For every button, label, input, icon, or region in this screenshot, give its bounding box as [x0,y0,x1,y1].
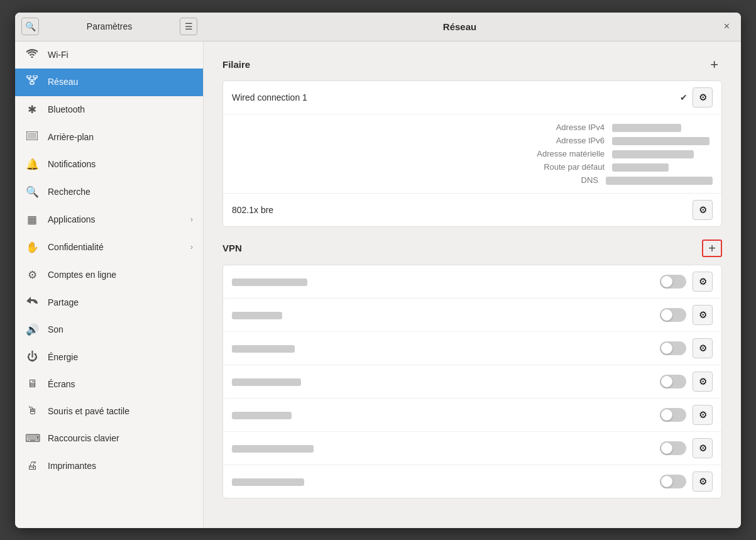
vpn-toggle-6[interactable] [660,441,686,455]
sidebar-item-comptes-label: Comptes en ligne [48,270,193,280]
ecrans-icon: 🖥 [25,378,39,390]
vpn-name-3 [232,343,654,353]
sidebar-item-wifi[interactable]: Wi-Fi [15,41,203,69]
sidebar-item-ecrans-label: Écrans [48,379,193,389]
sidebar-item-confidentialite[interactable]: ✋ Confidentialité › [15,234,203,262]
vpn-settings-5[interactable]: ⚙ [693,405,713,425]
gear-icon-vpn7: ⚙ [699,476,707,487]
gear-icon-vpn2: ⚙ [699,309,707,321]
app-title: Paramètres [44,21,175,31]
sidebar-item-raccourcis[interactable]: ⌨ Raccourcis clavier [15,425,203,453]
sidebar-item-comptes-en-ligne[interactable]: ⚙ Comptes en ligne [15,262,203,289]
gear-icon: ⚙ [699,92,707,103]
sidebar-item-souris-label: Souris et pavé tactile [48,406,193,416]
partage-icon [25,296,39,309]
gear-icon-vpn4: ⚙ [699,376,707,387]
vpn-name-6 [232,443,654,453]
bre-gear-icon: ⚙ [699,204,707,216]
sidebar-item-arriere-plan[interactable]: Arrière-plan [15,124,203,151]
content: Wi-Fi Réseau ✱ Bluetooth Arrière-plan 🔔 [15,41,741,528]
sidebar-item-imprimantes-label: Imprimantes [48,461,193,471]
sidebar-item-souris[interactable]: 🖱 Souris et pavé tactile [15,398,203,425]
close-button[interactable]: × [719,18,735,35]
titlebar: 🔍 Paramètres ☰ Réseau × [15,13,741,41]
gear-icon-vpn5: ⚙ [699,409,707,421]
vpn-toggle-4[interactable] [660,375,686,388]
vpn-name-7 [232,477,654,486]
main-content: Filaire + Wired connection 1 ✔ ⚙ Adresse… [204,41,741,528]
sidebar-item-applications[interactable]: ▦ Applications › [15,206,203,234]
reseau-icon [25,75,39,89]
wired-settings-button[interactable]: ⚙ [693,87,713,107]
vpn-name-4 [232,377,654,386]
svg-rect-2 [33,75,37,78]
vpn-settings-6[interactable]: ⚙ [693,438,713,458]
sidebar-item-recherche-label: Recherche [48,187,193,197]
vpn-item-7: ⚙ [223,465,721,498]
route-label: Route par défaut [517,162,605,172]
vpn-card: ⚙ ⚙ ⚙ [222,265,722,499]
dns-label: DNS [510,175,598,185]
sidebar-item-bluetooth[interactable]: ✱ Bluetooth [15,96,203,124]
vpn-toggle-5[interactable] [660,408,686,422]
sidebar-item-ecrans[interactable]: 🖥 Écrans [15,371,203,398]
energie-icon: ⏻ [25,351,39,363]
vpn-toggle-3[interactable] [660,341,686,355]
detail-row-mac: Adresse matérielle [232,147,713,160]
vpn-header: VPN + [222,240,722,257]
vpn-name-1 [232,277,654,286]
vpn-item-5: ⚙ [223,399,721,432]
page-title: Réseau [204,21,716,32]
vpn-settings-1[interactable]: ⚙ [693,272,713,292]
detail-row-ipv6: Adresse IPv6 [232,134,713,147]
vpn-item-4: ⚙ [223,365,721,399]
sidebar-item-applications-label: Applications [48,214,182,224]
vpn-toggle-1[interactable] [660,275,686,289]
svg-rect-8 [28,133,36,139]
applications-arrow-icon: › [190,215,193,224]
sidebar-item-reseau[interactable]: Réseau [15,69,203,96]
bre-row: 802.1x bre ⚙ [223,194,721,226]
ipv4-value [612,123,713,132]
sidebar-item-son[interactable]: 🔊 Son [15,316,203,344]
menu-button[interactable]: ☰ [180,18,197,35]
sidebar-item-recherche[interactable]: 🔍 Recherche [15,179,203,206]
sidebar-item-confidentialite-label: Confidentialité [48,242,182,252]
wired-connection-name: Wired connection 1 [232,92,675,102]
sidebar-item-imprimantes[interactable]: 🖨 Imprimantes [15,453,203,480]
filaire-header: Filaire + [222,57,722,73]
vpn-item-3: ⚙ [223,332,721,365]
sidebar-item-energie[interactable]: ⏻ Énergie [15,344,203,371]
bre-label: 802.1x bre [232,205,688,215]
add-vpn-button[interactable]: + [702,240,722,257]
search-button[interactable]: 🔍 [21,18,39,35]
vpn-name-5 [232,410,654,419]
wired-connection-row: Wired connection 1 ✔ ⚙ [223,81,721,114]
dns-value [606,175,713,185]
vpn-settings-7[interactable]: ⚙ [693,471,713,492]
sidebar-item-partage[interactable]: Partage [15,289,203,316]
vpn-toggle-7[interactable] [660,475,686,488]
arriere-plan-icon [25,131,39,143]
sidebar-item-bluetooth-label: Bluetooth [48,104,193,114]
titlebar-left: 🔍 Paramètres ☰ [15,18,204,35]
sidebar-item-notifications[interactable]: 🔔 Notifications [15,151,203,179]
vpn-item-6: ⚙ [223,432,721,465]
vpn-settings-4[interactable]: ⚙ [693,372,713,392]
vpn-toggle-2[interactable] [660,308,686,322]
bluetooth-icon: ✱ [25,103,39,116]
sidebar-item-notifications-label: Notifications [48,159,193,169]
sidebar: Wi-Fi Réseau ✱ Bluetooth Arrière-plan 🔔 [15,41,204,528]
vpn-settings-2[interactable]: ⚙ [693,305,713,325]
add-filaire-button[interactable]: + [706,57,722,73]
sidebar-item-partage-label: Partage [48,297,193,307]
sidebar-item-raccourcis-label: Raccourcis clavier [48,433,193,443]
ipv4-label: Adresse IPv4 [517,123,605,132]
bre-settings-button[interactable]: ⚙ [693,200,713,220]
vpn-settings-3[interactable]: ⚙ [693,338,713,358]
filaire-title: Filaire [222,59,250,70]
vpn-item-1: ⚙ [223,265,721,299]
gear-icon-vpn1: ⚙ [699,276,707,287]
route-value [612,162,713,172]
souris-icon: 🖱 [25,405,39,417]
